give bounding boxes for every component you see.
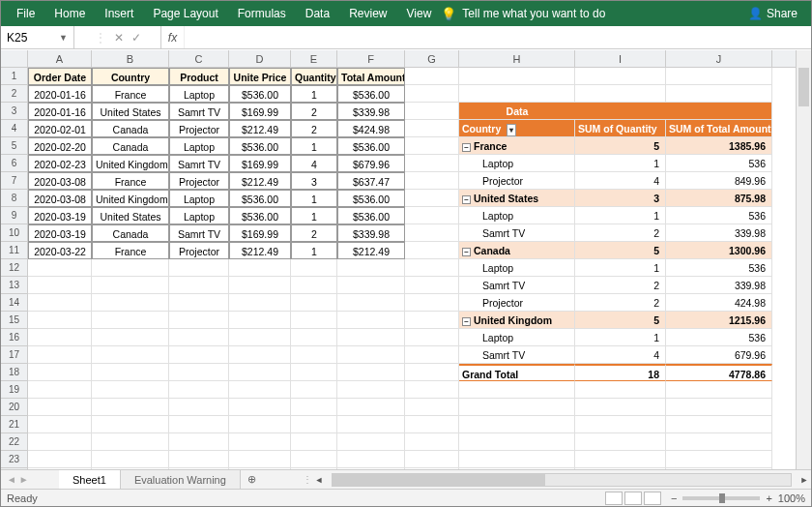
cell[interactable]: $536.00 bbox=[229, 207, 291, 224]
collapse-icon[interactable]: − bbox=[462, 248, 471, 256]
cell[interactable] bbox=[92, 416, 169, 433]
cell[interactable] bbox=[92, 381, 169, 399]
row-header[interactable]: 23 bbox=[1, 451, 28, 468]
cell[interactable]: Quantity bbox=[291, 68, 337, 85]
cell[interactable] bbox=[28, 381, 92, 399]
cell[interactable] bbox=[405, 399, 459, 416]
cell[interactable]: $212.49 bbox=[229, 120, 291, 137]
scrollbar-thumb[interactable] bbox=[798, 68, 809, 106]
cell[interactable] bbox=[405, 85, 459, 103]
cell[interactable] bbox=[459, 451, 575, 468]
cell[interactable] bbox=[337, 451, 405, 468]
cell[interactable]: $339.98 bbox=[337, 103, 405, 120]
cell[interactable]: 1 bbox=[575, 155, 666, 172]
row-header[interactable]: 4 bbox=[1, 120, 28, 137]
cell[interactable]: −Canada bbox=[459, 242, 575, 259]
cell[interactable]: France bbox=[92, 85, 169, 103]
cell[interactable]: Samrt TV bbox=[459, 277, 575, 294]
col-header-D[interactable]: D bbox=[229, 50, 291, 67]
cell[interactable] bbox=[291, 416, 337, 433]
cell[interactable]: 875.98 bbox=[666, 190, 772, 207]
cell[interactable]: Order Date bbox=[28, 68, 92, 85]
cell[interactable] bbox=[229, 416, 291, 433]
cell[interactable]: Country ▾ bbox=[459, 120, 575, 137]
cell[interactable] bbox=[666, 103, 772, 120]
cell[interactable]: 2020-03-22 bbox=[28, 242, 92, 259]
view-normal[interactable] bbox=[605, 492, 623, 505]
cell[interactable]: $536.00 bbox=[337, 85, 405, 103]
cell[interactable]: 2 bbox=[291, 103, 337, 120]
cell[interactable]: Samrt TV bbox=[459, 224, 575, 242]
tab-formulas[interactable]: Formulas bbox=[228, 1, 296, 26]
hscroll-right[interactable]: ► bbox=[798, 475, 811, 485]
col-header-A[interactable]: A bbox=[28, 50, 92, 67]
row-header[interactable]: 10 bbox=[1, 224, 28, 242]
fx-icon[interactable]: fx bbox=[161, 26, 185, 48]
row-header[interactable]: 19 bbox=[1, 381, 28, 399]
cell[interactable] bbox=[291, 433, 337, 451]
cell[interactable] bbox=[459, 399, 575, 416]
cell[interactable] bbox=[92, 277, 169, 294]
cell[interactable] bbox=[337, 329, 405, 346]
cell[interactable] bbox=[28, 294, 92, 312]
cell[interactable]: Laptop bbox=[459, 259, 575, 277]
cell[interactable] bbox=[169, 416, 229, 433]
collapse-icon[interactable]: − bbox=[462, 195, 471, 204]
zoom-out[interactable]: − bbox=[671, 492, 677, 504]
row-header[interactable]: 21 bbox=[1, 416, 28, 433]
cell[interactable]: 2020-02-20 bbox=[28, 137, 92, 155]
cell[interactable]: Canada bbox=[92, 137, 169, 155]
cell[interactable]: $424.98 bbox=[337, 120, 405, 137]
cell[interactable]: $169.99 bbox=[229, 155, 291, 172]
cell[interactable] bbox=[337, 433, 405, 451]
cell[interactable] bbox=[291, 329, 337, 346]
tab-insert[interactable]: Insert bbox=[95, 1, 143, 26]
cell[interactable] bbox=[229, 294, 291, 312]
row-header[interactable]: 3 bbox=[1, 103, 28, 120]
row-header[interactable]: 13 bbox=[1, 277, 28, 294]
accept-icon[interactable]: ✓ bbox=[131, 31, 141, 45]
cell[interactable] bbox=[169, 433, 229, 451]
col-header-J[interactable]: J bbox=[666, 50, 772, 67]
cell[interactable] bbox=[28, 399, 92, 416]
cell[interactable]: Product bbox=[169, 68, 229, 85]
cell[interactable]: 18 bbox=[575, 364, 666, 381]
row-header[interactable]: 16 bbox=[1, 329, 28, 346]
cell[interactable]: 536 bbox=[666, 259, 772, 277]
cell[interactable]: $212.49 bbox=[229, 242, 291, 259]
cell[interactable] bbox=[291, 364, 337, 381]
cell[interactable]: SUM of Quantity bbox=[575, 120, 666, 137]
cell[interactable] bbox=[229, 433, 291, 451]
cell[interactable]: 2020-01-16 bbox=[28, 85, 92, 103]
cell[interactable] bbox=[405, 294, 459, 312]
vertical-scrollbar[interactable] bbox=[796, 50, 811, 469]
cell[interactable]: $536.00 bbox=[229, 137, 291, 155]
cell[interactable] bbox=[405, 120, 459, 137]
cell[interactable] bbox=[459, 68, 575, 85]
cell[interactable] bbox=[291, 294, 337, 312]
cell[interactable]: Canada bbox=[92, 224, 169, 242]
zoom-in[interactable]: + bbox=[766, 492, 771, 504]
cell[interactable]: Total Amount bbox=[337, 68, 405, 85]
hscroll-thumb[interactable] bbox=[333, 474, 545, 486]
cell[interactable] bbox=[28, 433, 92, 451]
cell[interactable] bbox=[405, 346, 459, 364]
cell[interactable] bbox=[229, 329, 291, 346]
cell[interactable]: Canada bbox=[92, 120, 169, 137]
cell[interactable] bbox=[229, 277, 291, 294]
cell[interactable] bbox=[169, 294, 229, 312]
cell[interactable] bbox=[169, 312, 229, 329]
row-header[interactable]: 12 bbox=[1, 259, 28, 277]
cell[interactable]: Samrt TV bbox=[169, 103, 229, 120]
cell[interactable]: $169.99 bbox=[229, 224, 291, 242]
cell[interactable] bbox=[28, 259, 92, 277]
collapse-icon[interactable]: − bbox=[462, 143, 471, 152]
cell[interactable] bbox=[666, 85, 772, 103]
col-header-G[interactable]: G bbox=[405, 50, 459, 67]
cell[interactable]: France bbox=[92, 242, 169, 259]
cell[interactable]: Data bbox=[459, 103, 575, 120]
cell[interactable] bbox=[337, 416, 405, 433]
cell[interactable]: Laptop bbox=[169, 190, 229, 207]
cell[interactable]: Laptop bbox=[169, 207, 229, 224]
cell[interactable]: United Kingdom bbox=[92, 155, 169, 172]
